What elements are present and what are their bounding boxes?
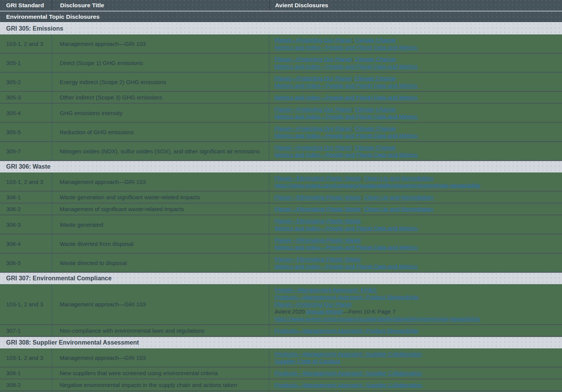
disclosure-link[interactable]: Planet—Protecting Our Planet (275, 106, 352, 112)
disclosure-link[interactable]: People—Management Approach: EH&S (275, 286, 376, 293)
disclosure-link[interactable]: Annual Report (306, 308, 343, 315)
disclosure-link[interactable]: Metrics and Index—People and Planet Data… (275, 225, 418, 231)
gri-standard-cell: 305-2 (0, 73, 52, 91)
avient-disclosures-cell: Products—Management Approach: Supplier C… (269, 348, 562, 367)
disclosure-line: Products—Management Approach: Supplier C… (275, 369, 422, 377)
disclosure-link[interactable]: Supplier Code of Conduct (275, 358, 340, 364)
disclosure-title-value: Management of significant waste-related … (60, 205, 184, 213)
disclosure-link[interactable]: Planet—Eliminating Plastic Waste (275, 218, 361, 224)
disclosure-line: Metrics and Index—People and Planet Data… (275, 94, 418, 101)
disclosure-line: Products—Management Approach: Supplier C… (275, 350, 422, 358)
disclosure-link[interactable]: Planet—Protecting Our Planet (275, 125, 352, 132)
disclosure-link[interactable]: Metrics and Index—People and Planet Data… (275, 94, 418, 101)
disclosure-link[interactable]: Metrics and Index—People and Planet Data… (275, 132, 418, 139)
separator-text: ; (361, 194, 364, 200)
disclosure-line: Planet—Eliminating Plastic Waste; Clean-… (275, 174, 433, 182)
column-header-label: Disclosure Title (60, 2, 104, 9)
section-header-label: GRI 305: Emissions (6, 25, 63, 32)
disclosure-line: Metrics and Index—People and Planet Data… (275, 132, 418, 139)
disclosure-link[interactable]: Metrics and Index—People and Planet Data… (275, 113, 418, 120)
disclosure-link[interactable]: Products—Management Approach: Product St… (275, 327, 419, 334)
disclosure-row: 306-3Waste generatedPlanet—Eliminating P… (0, 215, 562, 234)
disclosure-link[interactable]: Planet—Protecting Our Planet (275, 56, 352, 62)
disclosure-link[interactable]: Clean-Up and Remediation (364, 175, 433, 181)
disclosure-link[interactable]: Climate Change (355, 106, 396, 112)
disclosure-link[interactable]: Products—Management Approach: Supplier C… (275, 351, 422, 357)
disclosure-link[interactable]: Planet—Protecting Our Planet (275, 144, 352, 151)
disclosure-title-cell: GHG emissions intensity (52, 104, 269, 122)
gri-standard-cell: 305-3 (0, 92, 52, 103)
disclosure-link[interactable]: Products—Management Approach: Product St… (275, 294, 419, 300)
disclosure-title-cell: Reduction of GHG emissions (52, 123, 269, 141)
disclosure-link[interactable]: Planet—Eliminating Plastic Waste (275, 237, 361, 243)
gri-standard-cell: 306-4 (0, 234, 52, 253)
avient-disclosures-cell: Planet—Eliminating Plastic Waste; Clean-… (269, 203, 562, 215)
disclosure-line: https://www.avient.com/company/sustainab… (275, 315, 480, 322)
separator-text: ; (361, 175, 364, 181)
disclosure-row: 306-5Waste directed to disposalPlanet—El… (0, 254, 562, 273)
avient-disclosures-cell: Products—Management Approach: Product St… (269, 325, 562, 336)
disclosure-title-cell: Waste generation and significant waste-r… (52, 192, 269, 203)
disclosure-link[interactable]: Products—Management Approach: Supplier C… (275, 370, 422, 376)
disclosure-title-value: Waste generation and significant waste-r… (60, 194, 200, 201)
disclosure-link[interactable]: Metrics and Index—People and Planet Data… (275, 263, 418, 270)
disclosure-line: Planet—Eliminating Plastic Waste; Clean-… (275, 194, 433, 201)
disclosure-link[interactable]: Metrics and Index—People and Planet Data… (275, 44, 418, 50)
column-header-label: GRI Standard (6, 2, 44, 9)
disclosure-link[interactable]: Clean-Up and Remediation (364, 194, 433, 200)
disclosure-title-cell: Management approach—GRI 103 (52, 172, 269, 191)
disclosure-line: Products—Management Approach: Product St… (275, 293, 419, 301)
section-header-label: GRI 308: Supplier Environmental Assessme… (6, 339, 139, 346)
disclosure-row: 307-1Non-compliance with environmental l… (0, 325, 562, 337)
disclosure-link[interactable]: Metrics and Index—People and Planet Data… (275, 151, 418, 158)
disclosure-link[interactable]: Planet—Eliminating Plastic Waste (275, 256, 361, 262)
disclosure-link[interactable]: https://www.avient.com/company/sustainab… (275, 182, 480, 189)
disclosure-title-cell: New suppliers that were screened using e… (52, 368, 269, 379)
disclosure-link[interactable]: https://www.avient.com/company/sustainab… (275, 316, 480, 322)
disclosure-link[interactable]: Planet—Eliminating Plastic Waste (275, 194, 361, 200)
disclosure-link[interactable]: Planet—Eliminating Plastic Waste (275, 175, 361, 181)
gri-standard-value: 306-5 (6, 259, 21, 267)
disclosure-title-value: Nitrogen oxides (NOX), sulfur oxides (SO… (60, 148, 260, 155)
disclosure-row: 305-2Energy indirect (Scope 2) GHG emiss… (0, 73, 562, 92)
disclosure-link[interactable]: Planet—Protecting Our Planet (275, 301, 352, 307)
gri-standard-value: 306-3 (6, 221, 21, 228)
disclosure-title-cell: Negative environmental impacts in the su… (52, 379, 269, 390)
disclosure-title-value: Non-compliance with environmental laws a… (60, 327, 205, 334)
avient-disclosures-cell: Planet—Eliminating Plastic WasteMetrics … (269, 254, 562, 272)
disclosure-link[interactable]: Climate Change (355, 37, 396, 43)
disclosure-row: 103-1, 2 and 3Management approach—GRI 10… (0, 172, 562, 192)
disclosure-link[interactable]: Products—Management Approach: Supplier C… (275, 382, 422, 388)
disclosure-link[interactable]: Planet—Eliminating Plastic Waste (275, 206, 361, 212)
disclosure-title-cell: Waste diverted from disposal (52, 234, 269, 253)
gri-standard-value: 305-3 (6, 94, 21, 101)
disclosure-link[interactable]: Climate Change (355, 56, 396, 62)
gri-standard-cell: 307-1 (0, 325, 52, 336)
disclosure-title-value: New suppliers that were screened using e… (60, 369, 218, 377)
disclosure-title-cell: Management approach—GRI 103 (52, 34, 269, 53)
disclosure-link[interactable]: Planet—Protecting Our Planet (275, 75, 352, 81)
disclosure-link[interactable]: Metrics and Index—People and Planet Data… (275, 63, 418, 70)
gri-standard-cell: 308-1 (0, 368, 52, 379)
disclosure-link[interactable]: Metrics and Index—People and Planet Data… (275, 82, 418, 89)
disclosure-title-cell: Management approach—GRI 103 (52, 284, 269, 324)
disclosure-link[interactable]: Climate Change (355, 144, 396, 151)
disclosure-link[interactable]: Planet—Protecting Our Planet (275, 37, 352, 43)
disclosure-row: 306-4Waste diverted from disposalPlanet—… (0, 234, 562, 254)
disclosure-line: Metrics and Index—People and Planet Data… (275, 151, 418, 158)
gri-standard-value: 103-1, 2 and 3 (6, 40, 43, 47)
column-header-gri-standard: GRI Standard (0, 0, 52, 11)
disclosure-row: 305-7Nitrogen oxides (NOX), sulfur oxide… (0, 142, 562, 161)
avient-disclosures-cell: People—Management Approach: EH&SProducts… (269, 284, 562, 324)
category-header-environmental-topic-disclosures: Environmental Topic Disclosures (0, 11, 562, 23)
gri-standard-cell: 306-5 (0, 254, 52, 272)
disclosure-link[interactable]: Clean-Up and Remediation (364, 206, 433, 212)
disclosure-line: https://www.avient.com/company/sustainab… (275, 182, 480, 189)
avient-disclosures-cell: Planet—Eliminating Plastic WasteMetrics … (269, 234, 562, 253)
disclosure-link[interactable]: Climate Change (355, 125, 396, 132)
section-header: GRI 305: Emissions (0, 23, 562, 34)
category-header-label: Environmental Topic Disclosures (6, 13, 99, 20)
disclosure-link[interactable]: Metrics and Index—People and Planet Data… (275, 244, 418, 250)
disclosure-line: Planet—Eliminating Plastic Waste (275, 255, 361, 263)
disclosure-link[interactable]: Climate Change (355, 75, 396, 81)
